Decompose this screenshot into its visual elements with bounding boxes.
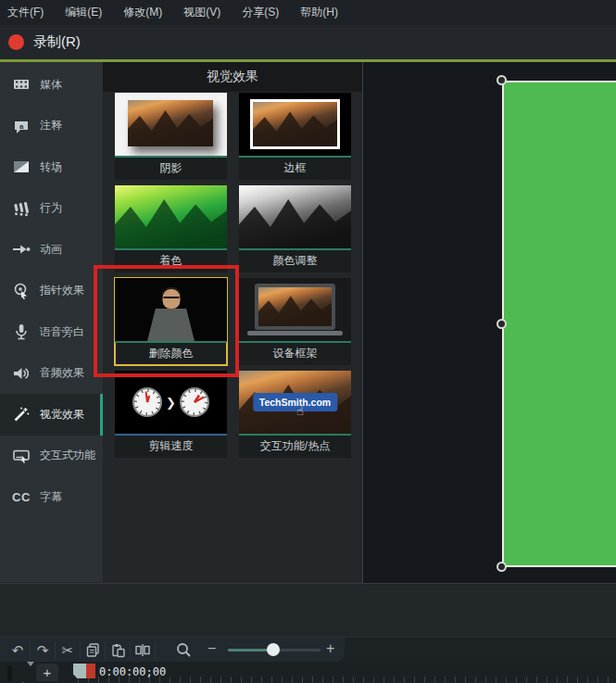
effect-thumbnail: TechSmith.com ☝: [239, 371, 351, 436]
playhead-marker[interactable]: [86, 664, 95, 678]
menu-view[interactable]: 视图(V): [183, 5, 220, 20]
sidebar-item-label: 音频效果: [40, 365, 84, 381]
sidebar-item-label: 注释: [40, 118, 62, 133]
menu-modify[interactable]: 修改(M): [123, 5, 162, 20]
clock-icon: [178, 386, 211, 419]
captions-cc-icon: CC: [13, 488, 30, 505]
camtasia-window: 文件(F) 编辑(E) 修改(M) 视图(V) 分享(S) 帮助(H) 录制(R…: [0, 0, 616, 683]
menu-bar: 文件(F) 编辑(E) 修改(M) 视图(V) 分享(S) 帮助(H): [0, 0, 616, 25]
effect-tile-shadow[interactable]: 阴影: [115, 93, 227, 180]
toolbar-left-group: ↶ ↷ ✂ − +: [0, 638, 345, 663]
sidebar-item-voice-narration[interactable]: 语音旁白: [0, 311, 103, 353]
sidebar-item-label: 行为: [40, 200, 62, 216]
add-track-button[interactable]: +: [36, 664, 58, 681]
animation-icon: [13, 241, 30, 258]
clock-icon: [131, 386, 164, 419]
effect-thumbnail: [115, 278, 227, 343]
effect-label: 交互功能/热点: [239, 436, 351, 456]
effect-label: 剪辑速度: [115, 436, 227, 456]
effect-tile-colorize[interactable]: 着色: [115, 185, 227, 272]
effect-label: 设备框架: [239, 343, 351, 363]
sidebar-item-label: 字幕: [40, 489, 62, 505]
effect-tile-clip-speed[interactable]: ❯ 剪辑速度: [115, 371, 227, 458]
sidebar-item-animations[interactable]: 动画: [0, 229, 103, 271]
sidebar-item-interactivity[interactable]: 交互式功能: [0, 436, 103, 477]
magnifier-icon: [176, 642, 192, 658]
menu-file[interactable]: 文件(F): [7, 5, 44, 20]
film-icon: [13, 76, 30, 93]
transition-icon: [13, 158, 30, 175]
record-bar: 录制(R): [0, 25, 616, 59]
sidebar-item-label: 媒体: [40, 77, 62, 93]
sidebar-item-media[interactable]: 媒体: [0, 64, 103, 106]
sidebar-item-annotations[interactable]: a 注释: [0, 106, 103, 147]
effect-label: 阴影: [115, 158, 227, 178]
split-icon[interactable]: [131, 641, 156, 660]
effect-tile-device-frame[interactable]: 设备框架: [239, 278, 351, 365]
greenscreen-media[interactable]: [502, 81, 616, 567]
track-scrollbar[interactable]: [7, 665, 12, 681]
sidebar-item-label: 语音旁白: [40, 324, 84, 340]
zoom-slider-knob[interactable]: [267, 643, 280, 656]
sidebar-item-cursor-effects[interactable]: 指针效果: [0, 271, 103, 312]
effect-thumbnail: [115, 93, 227, 158]
effect-tile-remove-color[interactable]: 删除颜色: [115, 278, 227, 365]
speaker-icon: [13, 365, 30, 382]
edit-toolbar: ↶ ↷ ✂ − +: [0, 637, 616, 662]
techsmith-button: TechSmith.com: [253, 393, 337, 411]
effect-label: 着色: [115, 250, 227, 271]
zoom-controls: − +: [169, 638, 345, 663]
effect-thumbnail: [115, 185, 227, 250]
zoom-out-button[interactable]: −: [207, 640, 216, 657]
interactivity-icon: [13, 448, 30, 464]
sidebar-item-label: 视觉效果: [40, 407, 84, 423]
effect-tile-color-adjust[interactable]: 颜色调整: [239, 185, 351, 272]
sidebar-item-captions[interactable]: CC 字幕: [0, 476, 103, 518]
sidebar-item-label: 指针效果: [40, 283, 84, 298]
effect-tile-hotspot[interactable]: TechSmith.com ☝ 交互功能/热点: [239, 371, 351, 458]
sidebar-item-visual-effects[interactable]: 视觉效果: [0, 394, 103, 436]
redo-icon[interactable]: ↷: [31, 641, 56, 660]
callout-icon: a: [13, 118, 30, 134]
lower-strip: [0, 584, 616, 637]
track-height-stepper[interactable]: [19, 666, 28, 679]
effect-thumbnail: [239, 185, 351, 250]
svg-text:a: a: [19, 121, 24, 130]
menu-share[interactable]: 分享(S): [242, 5, 279, 20]
cursor-effects-icon: [13, 283, 30, 299]
effect-tile-border[interactable]: 边框: [239, 93, 351, 180]
sidebar-item-audio-effects[interactable]: 音频效果: [0, 353, 103, 395]
effects-panel: 视觉效果 阴影 边框 着色 颜色调整: [103, 62, 362, 583]
sidebar-item-label: 交互式功能: [40, 448, 95, 463]
timeline: + 0:00:00;00: [0, 662, 616, 683]
copy-icon[interactable]: [81, 641, 106, 660]
effect-thumbnail: [239, 278, 351, 343]
microphone-icon: [13, 323, 30, 340]
hand-cursor-icon: ☝: [296, 404, 304, 418]
record-icon[interactable]: [8, 34, 24, 50]
menu-help[interactable]: 帮助(H): [300, 5, 338, 20]
effect-label: 删除颜色: [115, 343, 227, 363]
zoom-in-button[interactable]: +: [326, 640, 334, 657]
undo-icon[interactable]: ↶: [6, 641, 31, 660]
record-button[interactable]: 录制(R): [33, 33, 81, 51]
sidebar-item-transitions[interactable]: 转场: [0, 146, 103, 188]
panel-header: 视觉效果: [103, 62, 362, 92]
selection-handle-bottom-left[interactable]: [497, 562, 507, 572]
magic-wand-icon: [13, 406, 30, 423]
sidebar: 媒体 a 注释 转场 行为: [0, 62, 103, 582]
effect-label: 颜色调整: [239, 250, 351, 271]
paste-icon[interactable]: [106, 641, 131, 660]
selection-handle-mid-left[interactable]: [497, 319, 507, 329]
effect-thumbnail: [239, 93, 351, 158]
selection-handle-top-left[interactable]: [497, 75, 507, 85]
sidebar-item-label: 转场: [40, 159, 62, 175]
cut-icon[interactable]: ✂: [56, 641, 81, 660]
menu-edit[interactable]: 编辑(E): [65, 5, 102, 20]
effects-grid: 阴影 边框 着色 颜色调整 删除: [103, 92, 362, 458]
behaviors-icon: [13, 200, 30, 217]
panel-title: 视觉效果: [207, 69, 258, 85]
timeline-ruler[interactable]: [78, 677, 616, 683]
sidebar-item-behaviors[interactable]: 行为: [0, 188, 103, 230]
playhead-flag[interactable]: [73, 664, 86, 678]
